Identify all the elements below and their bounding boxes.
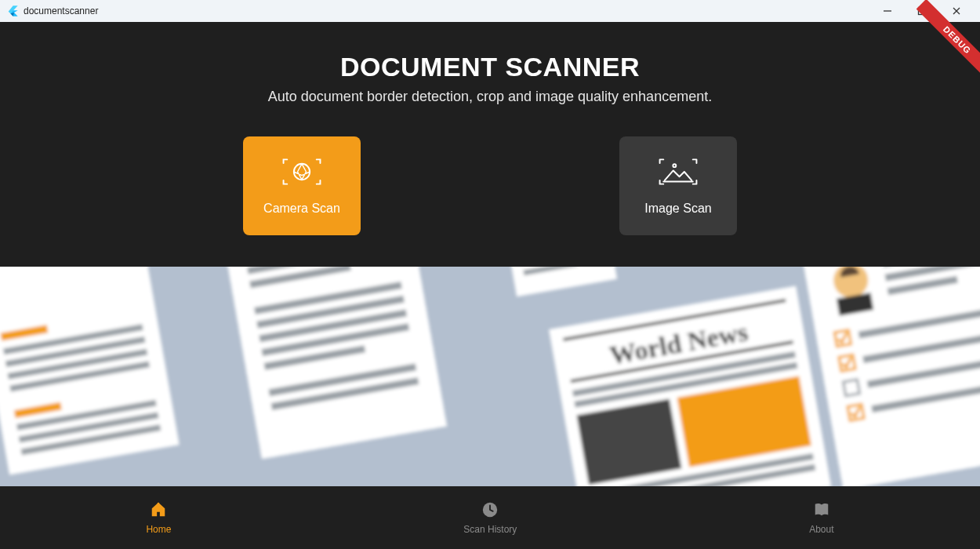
nav-history[interactable]: Scan History xyxy=(463,501,517,535)
home-icon xyxy=(150,501,167,521)
camera-scan-label: Camera Scan xyxy=(263,202,340,216)
window-minimize-button[interactable] xyxy=(870,0,905,22)
nav-about[interactable]: About xyxy=(809,501,833,535)
image-landscape-icon xyxy=(659,156,698,191)
book-icon xyxy=(813,501,830,521)
page-title: DOCUMENT SCANNER xyxy=(340,52,640,82)
image-scan-button[interactable]: Image Scan xyxy=(619,136,737,235)
nav-home[interactable]: Home xyxy=(146,501,171,535)
window-title: documentscanner xyxy=(24,5,98,16)
svg-rect-45 xyxy=(800,267,980,486)
svg-point-9 xyxy=(673,164,676,167)
nav-history-label: Scan History xyxy=(463,524,517,535)
camera-aperture-icon xyxy=(282,156,321,191)
svg-point-7 xyxy=(294,164,310,180)
page-subtitle: Auto document border detection, crop and… xyxy=(268,89,712,105)
clock-icon xyxy=(481,501,499,521)
hero-section: DEBUG DOCUMENT SCANNER Auto document bor… xyxy=(0,22,980,267)
flutter-logo-icon xyxy=(6,5,19,17)
camera-scan-button[interactable]: Camera Scan xyxy=(243,136,361,235)
illustration-banner: World News xyxy=(0,267,980,486)
image-scan-label: Image Scan xyxy=(644,202,711,216)
svg-point-59 xyxy=(158,502,160,504)
bottom-nav: Home Scan History About xyxy=(0,486,980,549)
nav-home-label: Home xyxy=(146,524,171,535)
nav-about-label: About xyxy=(809,524,833,535)
window-titlebar: documentscanner xyxy=(0,0,980,22)
svg-rect-32 xyxy=(502,267,617,296)
